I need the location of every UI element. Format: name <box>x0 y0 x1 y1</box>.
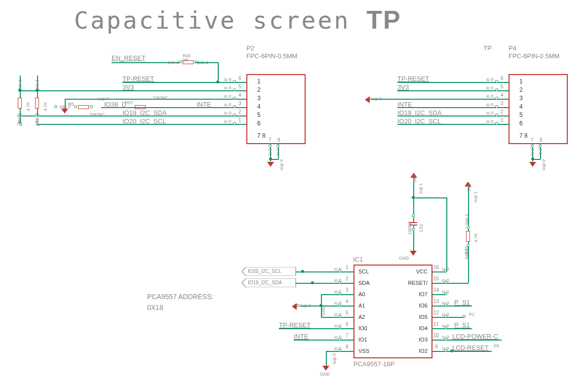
r5 <box>78 105 89 109</box>
r42-value: 4.7K <box>26 102 31 111</box>
r42 <box>18 98 22 109</box>
r57-name: R57 <box>125 100 133 105</box>
r61 <box>466 231 470 242</box>
p4-footprint: FPC-6PIN-0.5MM <box>509 52 559 60</box>
net-tp-reset: TP-RESET <box>122 75 154 82</box>
page-title: Capacitive screen TP <box>74 5 401 35</box>
title-suffix: TP <box>366 5 401 34</box>
gnd-label-left: GND <box>321 306 326 316</box>
gnd-icon <box>364 96 370 103</box>
connector-p2: P2 FPC-6PIN-0.5MM EN_RESET R40 0R pas 2 … <box>0 39 326 178</box>
p2-footprint: FPC-6PIN-0.5MM <box>246 52 297 60</box>
net-3v3: 3V3 <box>122 83 134 91</box>
c52-name: C52 <box>419 224 424 232</box>
gnd-icon <box>291 303 297 310</box>
p4-ref: P4 <box>509 44 516 52</box>
p2-box: 1 2 3 4 5 6 7 8 <box>246 74 306 144</box>
r41 <box>35 98 39 109</box>
title-main: Capacitive screen <box>74 6 350 34</box>
gnd-icon <box>529 162 536 168</box>
p4-title: TP <box>483 44 492 52</box>
gnd-label-bottom: GND <box>320 372 330 377</box>
r61-value: 4.7K <box>473 233 478 242</box>
r57-value: 10K/NC <box>153 95 168 100</box>
gnd-icon <box>267 162 274 168</box>
r5-value: 10K/NC <box>89 112 105 117</box>
gnd-icon <box>322 366 329 372</box>
r40-value: 0R <box>183 58 189 63</box>
address-note: PCA9557 ADDRESS: 0X18 <box>147 291 214 313</box>
gnd-icon <box>410 251 417 257</box>
p2-ref: P2 <box>246 44 254 52</box>
net-en-reset: EN_RESET <box>112 54 146 62</box>
c52-value: 100NF <box>407 221 412 234</box>
p4-box: 1 2 3 4 5 6 7 8 <box>509 74 568 144</box>
ic1-block: IC1 PCA9557-16P SCL SDA A0 A1 A2 IO0 IO1… <box>217 178 513 380</box>
connector-p4: TP P4 FPC-6PIN-0.5MM 1 2 3 4 5 6 7 8 TP-… <box>360 39 578 178</box>
ic1-box: SCL SDA A0 A1 A2 IO0 IO1 VSS VCC RESET/ … <box>353 265 432 358</box>
ic1-part: PCA9557-16P <box>353 360 394 368</box>
gnd-icon <box>61 109 68 115</box>
ic1-ref: IC1 <box>353 256 363 263</box>
r41-value: 4.7K <box>43 102 48 111</box>
